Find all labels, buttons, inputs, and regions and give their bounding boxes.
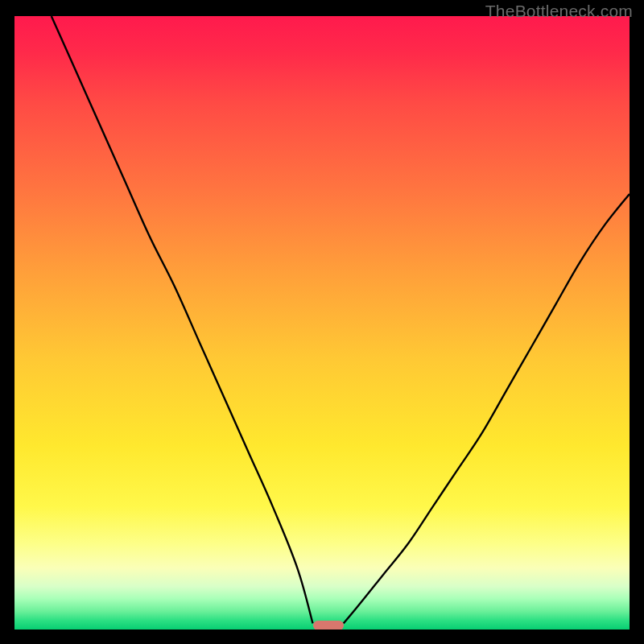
plot-area	[14, 16, 630, 630]
watermark-text: TheBottleneck.com	[485, 2, 633, 21]
chart-frame: TheBottleneck.com	[0, 0, 644, 644]
optimal-marker	[313, 621, 344, 630]
curve-left-branch	[52, 16, 313, 623]
bottleneck-curve	[14, 16, 630, 630]
curve-right-branch	[344, 194, 630, 623]
